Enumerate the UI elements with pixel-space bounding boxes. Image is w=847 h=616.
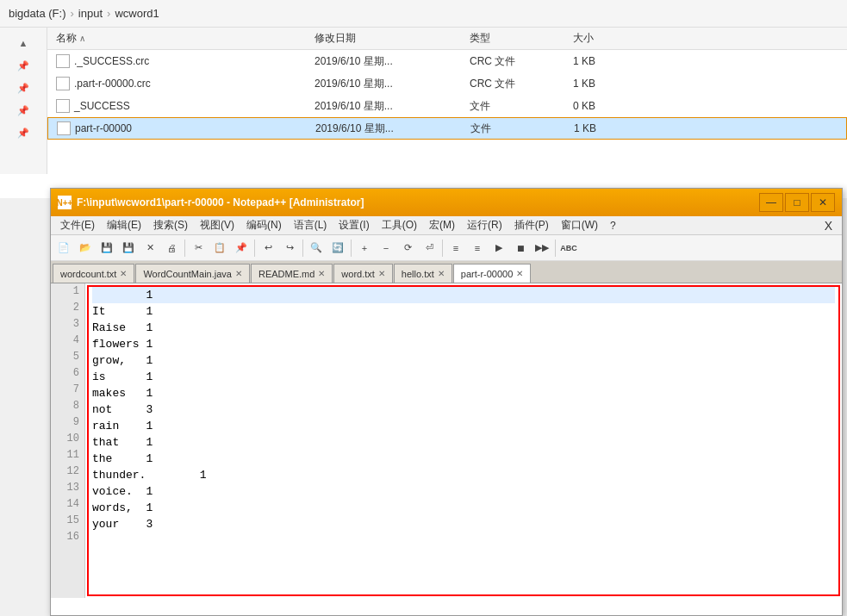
line-number-12: 12: [51, 464, 84, 480]
code-line-4: flowers 1: [92, 336, 835, 352]
menu-search[interactable]: 搜索(S): [148, 216, 193, 234]
code-line-12: thunder. 1: [92, 467, 835, 483]
file-name-3: part-r-00000: [53, 121, 311, 135]
tab-part[interactable]: part-r-00000 ✕: [453, 264, 532, 283]
menu-encoding[interactable]: 编码(N): [241, 216, 287, 234]
sidebar-pin-4[interactable]: 📌: [15, 124, 32, 141]
menu-macro[interactable]: 宏(M): [424, 216, 460, 234]
tab-hello[interactable]: hello.txt ✕: [394, 264, 452, 283]
tb-copy[interactable]: 📋: [209, 238, 230, 258]
tb-macro[interactable]: ▶: [489, 238, 509, 258]
tb-save[interactable]: 💾: [97, 238, 117, 258]
tb-close[interactable]: ✕: [140, 238, 160, 258]
explorer-main: 名称 ∧ 修改日期 类型 大小 ._SUCCESS.crc: [47, 28, 847, 174]
menubar-close[interactable]: X: [819, 217, 838, 234]
tb-zoomin[interactable]: +: [354, 238, 375, 258]
tab-wordcount-close[interactable]: ✕: [120, 269, 127, 278]
file-type-2: 文件: [465, 99, 569, 114]
close-button[interactable]: ✕: [811, 193, 835, 212]
col-name[interactable]: 名称 ∧: [52, 31, 310, 46]
tb-outdent[interactable]: ≡: [467, 238, 488, 258]
tab-part-close[interactable]: ✕: [516, 269, 523, 278]
file-row-1[interactable]: .part-r-00000.crc 2019/6/10 星期... CRC 文件…: [47, 72, 847, 95]
minimize-button[interactable]: —: [759, 193, 783, 212]
tab-readme[interactable]: README.md ✕: [251, 264, 333, 283]
tab-wordcountmain[interactable]: WordCountMain.java ✕: [135, 264, 250, 283]
tb-sync[interactable]: ⟳: [397, 238, 418, 258]
tb-print[interactable]: 🖨: [161, 238, 182, 258]
menu-window[interactable]: 窗口(W): [556, 216, 603, 234]
line-number-5: 5: [51, 349, 84, 365]
menu-view[interactable]: 视图(V): [195, 216, 240, 234]
file-row-0[interactable]: ._SUCCESS.crc 2019/6/10 星期... CRC 文件 1 K…: [47, 50, 847, 72]
tab-word-close[interactable]: ✕: [378, 269, 385, 278]
tab-word[interactable]: word.txt ✕: [333, 264, 393, 283]
tab-hello-close[interactable]: ✕: [438, 269, 445, 278]
tb-replace[interactable]: 🔄: [327, 238, 348, 258]
line-numbers: 12345678910111213141516: [51, 283, 85, 598]
tb-cut[interactable]: ✂: [188, 238, 209, 258]
tb-paste[interactable]: 📌: [231, 238, 252, 258]
code-area[interactable]: 1It 1Raise 1flowers 1grow, 1is 1makes 1n…: [87, 285, 840, 596]
sidebar-pin-1[interactable]: 📌: [15, 57, 32, 74]
maximize-button[interactable]: □: [785, 193, 809, 212]
sort-arrow: ∧: [79, 34, 85, 43]
menu-file[interactable]: 文件(E): [55, 216, 100, 234]
line-number-6: 6: [51, 365, 84, 382]
file-size-3: 1 KB: [570, 122, 656, 134]
file-row-2[interactable]: _SUCCESS 2019/6/10 星期... 文件 0 KB: [47, 95, 847, 117]
sidebar-pin-3[interactable]: 📌: [15, 102, 32, 119]
breadcrumb-part3[interactable]: wcword1: [115, 7, 159, 20]
tb-run[interactable]: ▶▶: [532, 238, 552, 258]
tb-undo[interactable]: ↩: [258, 238, 278, 258]
menu-settings[interactable]: 设置(I): [333, 216, 374, 234]
npp-toolbar: 📄 📂 💾 💾 ✕ 🖨 ✂ 📋 📌 ↩ ↪ 🔍 🔄 + − ⟳ ⏎ ≡ ≡ ▶ …: [51, 235, 842, 261]
menu-help[interactable]: ?: [605, 218, 621, 233]
col-size[interactable]: 大小: [569, 31, 655, 46]
col-date[interactable]: 修改日期: [310, 31, 465, 46]
tab-readme-close[interactable]: ✕: [318, 269, 325, 278]
tb-redo[interactable]: ↪: [279, 238, 300, 258]
line-number-9: 9: [51, 414, 84, 431]
file-row-3[interactable]: part-r-00000 2019/6/10 星期... 文件 1 KB: [47, 117, 847, 140]
file-name-0: ._SUCCESS.crc: [52, 54, 310, 68]
code-line-13: voice. 1: [92, 483, 835, 500]
explorer-sidebar: ▲ 📌 📌 📌 📌: [0, 28, 47, 174]
breadcrumb-part1[interactable]: bigdata (F:): [9, 7, 65, 20]
tb-indent[interactable]: ≡: [445, 238, 466, 258]
sidebar-pin-up[interactable]: ▲: [15, 34, 32, 52]
code-line-5: grow, 1: [92, 352, 835, 369]
file-icon-3: [57, 121, 71, 135]
sidebar-pin-2[interactable]: 📌: [15, 79, 32, 96]
col-type[interactable]: 类型: [465, 31, 569, 46]
tb-new[interactable]: 📄: [53, 238, 74, 258]
code-line-15: your 3: [92, 516, 835, 532]
tb-zoomout[interactable]: −: [376, 238, 396, 258]
line-number-13: 13: [51, 480, 84, 496]
file-date-1: 2019/6/10 星期...: [310, 77, 465, 91]
menu-plugins[interactable]: 插件(P): [509, 216, 554, 234]
line-number-2: 2: [51, 300, 84, 316]
tb-abc[interactable]: ABC: [558, 238, 579, 258]
file-date-3: 2019/6/10 星期...: [311, 121, 466, 136]
menu-tools[interactable]: 工具(O): [377, 216, 422, 234]
code-line-10: that 1: [92, 434, 835, 451]
file-icon-2: [56, 99, 70, 113]
menu-edit[interactable]: 编辑(E): [102, 216, 146, 234]
menu-language[interactable]: 语言(L): [289, 216, 333, 234]
tb-wrap[interactable]: ⏎: [419, 238, 439, 258]
tab-wordcount-label: wordcount.txt: [60, 269, 116, 279]
tab-wordcount[interactable]: wordcount.txt ✕: [53, 264, 134, 283]
file-type-0: CRC 文件: [465, 54, 569, 69]
line-number-14: 14: [51, 496, 84, 513]
tb-stop[interactable]: ⏹: [510, 238, 531, 258]
tb-saveall[interactable]: 💾: [118, 238, 139, 258]
file-date-2: 2019/6/10 星期...: [310, 99, 465, 114]
tb-open[interactable]: 📂: [75, 238, 96, 258]
tb-find[interactable]: 🔍: [306, 238, 327, 258]
tab-wordcountmain-close[interactable]: ✕: [235, 269, 242, 278]
code-line-3: Raise 1: [92, 320, 835, 336]
menu-run[interactable]: 运行(R): [462, 216, 508, 234]
code-line-8: not 3: [92, 401, 835, 418]
breadcrumb-part2[interactable]: input: [78, 7, 103, 20]
